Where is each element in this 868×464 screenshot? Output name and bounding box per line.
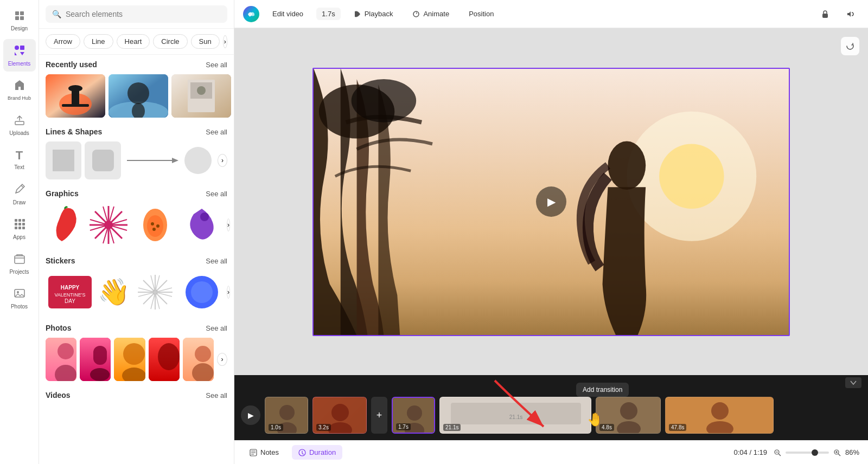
- zoom-thumb[interactable]: [812, 449, 818, 456]
- lines-shapes-section: Lines & Shapes See all ›: [46, 127, 227, 179]
- svg-point-77: [158, 343, 180, 370]
- edit-video-btn[interactable]: Edit video: [266, 7, 310, 21]
- shape-tags-scroll-right[interactable]: ›: [223, 35, 227, 48]
- photo-item-1[interactable]: [46, 338, 76, 381]
- sidebar-item-elements[interactable]: Elements: [3, 39, 36, 72]
- sidebar-item-label-projects: Projects: [9, 269, 29, 275]
- shape-square[interactable]: [46, 141, 81, 179]
- recent-item-3[interactable]: [171, 74, 231, 118]
- graphics-grid: ›: [46, 203, 227, 247]
- animate-btn[interactable]: Animate: [406, 7, 456, 21]
- projects-icon: [14, 253, 25, 267]
- elements-panel: 🔍 Arrow Line Heart Circle Sun › Recently…: [39, 0, 234, 464]
- timeline-clip-5[interactable]: 4.8s: [596, 397, 661, 434]
- notes-btn[interactable]: Notes: [243, 445, 285, 460]
- svg-rect-11: [18, 223, 21, 225]
- position-btn[interactable]: Position: [462, 7, 500, 21]
- lines-shapes-title: Lines & Shapes: [46, 127, 102, 136]
- timeline-clip-3[interactable]: 1.7s: [392, 397, 435, 434]
- canva-logo[interactable]: [243, 6, 259, 22]
- bottom-bar: Notes Duration 0:04 / 1:19: [234, 440, 868, 464]
- timeline-clip-6[interactable]: 47.8s: [665, 397, 774, 434]
- shape-line[interactable]: [124, 141, 178, 179]
- sidebar-item-photos[interactable]: Photos: [3, 282, 36, 314]
- sidebar-item-text[interactable]: T Text: [3, 143, 36, 176]
- sidebar-item-projects[interactable]: Projects: [3, 247, 36, 280]
- photo-item-2[interactable]: [80, 338, 111, 381]
- shape-tag-arrow[interactable]: Arrow: [46, 34, 80, 49]
- photo-item-4[interactable]: [149, 338, 180, 381]
- add-transition-btn[interactable]: +: [371, 397, 387, 434]
- svg-text:DAY: DAY: [65, 298, 75, 304]
- graphics-title: Graphics: [46, 189, 79, 198]
- sidebar-item-brand-hub[interactable]: Brand Hub: [3, 74, 36, 106]
- timeline-area: ▶ 1.0s 3.2s +: [234, 375, 868, 440]
- svg-rect-5: [20, 46, 24, 50]
- svg-rect-71: [93, 346, 107, 365]
- shape-rounded-rect[interactable]: [85, 141, 120, 179]
- shape-tag-heart[interactable]: Heart: [117, 34, 150, 49]
- video-canvas[interactable]: ▶: [312, 68, 790, 336]
- timeline-play-btn[interactable]: ▶: [241, 405, 260, 425]
- zoom-slider[interactable]: [786, 452, 829, 454]
- sidebar-item-label-design: Design: [11, 25, 28, 31]
- duration-btn[interactable]: Duration: [292, 445, 342, 460]
- apps-icon: [14, 218, 25, 233]
- graphics-header: Graphics See all: [46, 189, 227, 198]
- graphic-starburst[interactable]: [87, 203, 130, 247]
- sticker-valentines[interactable]: HAPPY VALENTINE'S DAY: [46, 270, 94, 314]
- sidebar-item-apps[interactable]: Apps: [3, 212, 36, 245]
- svg-point-48: [151, 222, 154, 225]
- refresh-btn[interactable]: [841, 37, 859, 55]
- svg-rect-9: [22, 219, 25, 222]
- photo-item-3[interactable]: [114, 338, 145, 381]
- shape-tag-line[interactable]: Line: [84, 34, 113, 49]
- svg-point-26: [127, 82, 149, 104]
- shape-circle-outline[interactable]: [182, 141, 214, 179]
- audio-btn[interactable]: [841, 5, 859, 23]
- stickers-scroll[interactable]: ›: [227, 286, 230, 299]
- stickers-section: Stickers See all HAPPY VALENTINE'S DAY 👋: [46, 256, 227, 314]
- lock-btn[interactable]: [816, 5, 834, 23]
- recently-used-section: Recently used See all: [46, 60, 227, 118]
- photos-title: Photos: [46, 324, 71, 332]
- sticker-hand[interactable]: 👋: [98, 270, 130, 314]
- lines-shapes-see-all[interactable]: See all: [206, 128, 227, 136]
- sidebar-item-draw[interactable]: Draw: [3, 178, 36, 210]
- graphics-scroll[interactable]: ›: [227, 218, 230, 231]
- shapes-scroll[interactable]: ›: [218, 154, 227, 167]
- svg-rect-6: [15, 121, 24, 125]
- graphic-purple[interactable]: [180, 203, 224, 247]
- stickers-see-all[interactable]: See all: [206, 257, 227, 265]
- shape-tag-circle[interactable]: Circle: [153, 34, 187, 49]
- svg-point-49: [156, 224, 159, 228]
- timeline-clip-1[interactable]: 1.0s: [265, 397, 308, 434]
- videos-title: Videos: [46, 391, 71, 399]
- sidebar-item-uploads[interactable]: Uploads: [3, 108, 36, 141]
- play-button-overlay[interactable]: ▶: [536, 186, 566, 217]
- text-icon: T: [16, 149, 23, 163]
- sticker-starburst[interactable]: [133, 270, 177, 314]
- toolbar-time[interactable]: 1.7s: [316, 8, 341, 20]
- sticker-blue-circle[interactable]: [180, 270, 224, 314]
- search-input[interactable]: [66, 10, 221, 18]
- photos-see-all[interactable]: See all: [206, 324, 227, 332]
- timeline-collapse-btn[interactable]: [845, 377, 861, 388]
- timeline-header: [234, 375, 868, 390]
- graphics-see-all[interactable]: See all: [206, 190, 227, 198]
- recent-item-1[interactable]: [46, 74, 105, 118]
- recently-used-see-all[interactable]: See all: [206, 61, 227, 69]
- graphic-chili[interactable]: [46, 203, 84, 247]
- timeline-clip-4[interactable]: 21.1s 21.1s: [439, 397, 591, 434]
- videos-see-all[interactable]: See all: [206, 391, 227, 399]
- graphic-papaya[interactable]: [133, 203, 177, 247]
- playback-btn[interactable]: Playback: [347, 7, 400, 21]
- shape-tag-sun[interactable]: Sun: [191, 34, 220, 49]
- recent-item-2[interactable]: [108, 74, 168, 118]
- search-input-wrap[interactable]: 🔍: [46, 5, 227, 23]
- photo-item-5[interactable]: [183, 338, 214, 381]
- sidebar-item-design[interactable]: Design: [3, 4, 36, 37]
- clip-3-label: 1.7s: [396, 423, 411, 430]
- photos-scroll[interactable]: ›: [217, 353, 227, 366]
- timeline-clip-2[interactable]: 3.2s: [312, 397, 367, 434]
